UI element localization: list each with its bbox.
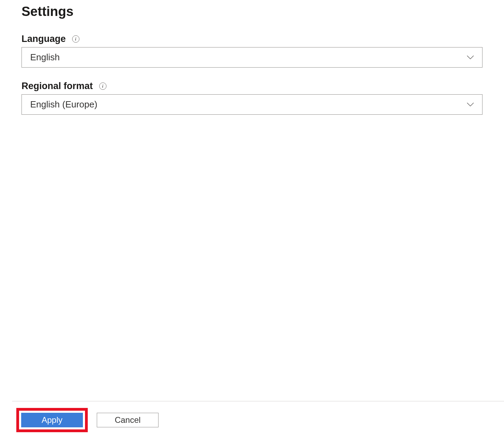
info-icon[interactable]: i [99,82,106,90]
language-dropdown[interactable]: English [22,47,482,68]
language-label: Language [22,34,66,44]
regional-format-dropdown[interactable]: English (Europe) [22,94,482,115]
chevron-down-icon [467,103,474,107]
button-row: Apply Cancel [16,408,159,432]
regional-format-label: Regional format [22,81,93,91]
regional-format-field-group: Regional format i English (Europe) [22,81,482,115]
language-field-group: Language i English [22,34,482,68]
apply-button[interactable]: Apply [21,413,83,427]
chevron-down-icon [467,55,474,60]
highlight-annotation: Apply [16,408,88,432]
divider [12,401,504,401]
page-title: Settings [22,4,482,19]
cancel-button[interactable]: Cancel [97,413,159,427]
language-value: English [30,52,60,63]
info-icon[interactable]: i [72,35,79,43]
regional-format-value: English (Europe) [30,99,97,110]
